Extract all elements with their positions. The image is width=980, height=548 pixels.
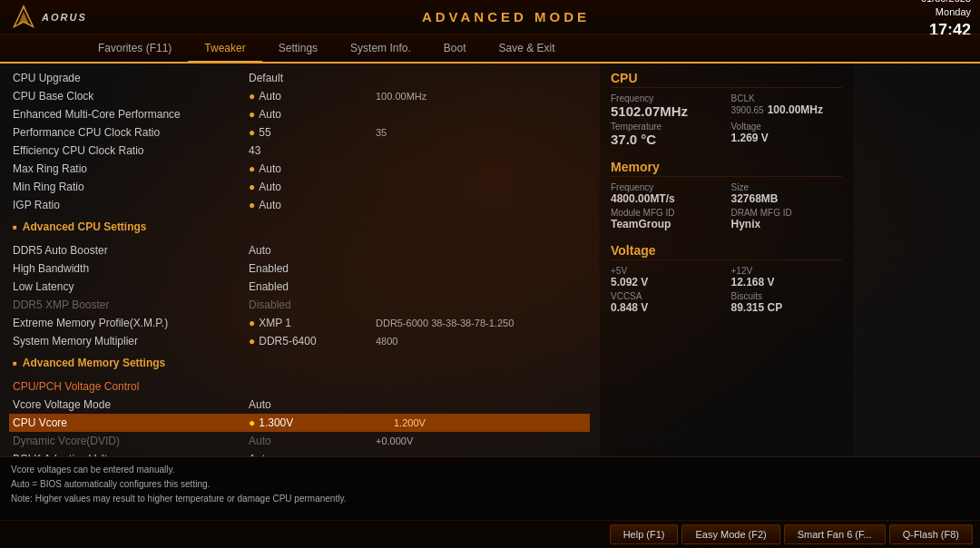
setting-cpu-vcore[interactable]: CPU Vcore ●1.300V 1.200V bbox=[9, 414, 590, 432]
setting-xmp[interactable]: Extreme Memory Profile(X.M.P.) ●XMP 1 DD… bbox=[9, 314, 590, 332]
nav-tabs: Favorites (F11) Tweaker Settings System … bbox=[0, 34, 980, 64]
easy-mode-button[interactable]: Easy Mode (F2) bbox=[681, 524, 779, 544]
dram-label: DRAM MFG ID bbox=[731, 208, 843, 218]
setting-cpu-base-clock[interactable]: CPU Base Clock ●Auto 100.00MHz bbox=[9, 87, 590, 105]
tab-save-exit[interactable]: Save & Exit bbox=[482, 34, 571, 62]
mem-size-label: Size bbox=[731, 182, 843, 192]
setting-value2: 1.200V bbox=[394, 417, 426, 428]
logo-text: AORUS bbox=[42, 12, 87, 23]
setting-name: Enhanced Multi-Core Performance bbox=[13, 108, 249, 121]
setting-value: ●XMP 1 bbox=[249, 317, 376, 329]
setting-value2: +0.000V bbox=[376, 435, 413, 446]
freq-value: 5102.07MHz bbox=[611, 103, 722, 119]
vccsa-value: 0.848 V bbox=[611, 301, 722, 314]
voltage-section-title: Voltage bbox=[611, 243, 842, 260]
setting-name: CPU/PCH Voltage Control bbox=[13, 380, 249, 393]
setting-dynamic-vcore: Dynamic Vcore(DVID) Auto +0.000V bbox=[9, 432, 590, 450]
bottom-line3: Note: Higher values may result to higher… bbox=[11, 492, 969, 506]
footer-buttons: Help (F1) Easy Mode (F2) Smart Fan 6 (F.… bbox=[0, 520, 980, 548]
setting-value: 43 bbox=[249, 144, 376, 157]
bclk-value: 100.00MHz bbox=[768, 103, 823, 116]
setting-name: Extreme Memory Profile(X.M.P.) bbox=[13, 317, 249, 329]
setting-value: ●Auto bbox=[249, 162, 376, 175]
setting-name: Performance CPU Clock Ratio bbox=[13, 126, 249, 139]
left-panel: CPU Upgrade Default CPU Base Clock ●Auto… bbox=[0, 64, 599, 456]
setting-perf-cpu-clock[interactable]: Performance CPU Clock Ratio ●55 35 bbox=[9, 123, 590, 142]
setting-value: Disabled bbox=[249, 298, 376, 311]
tab-favorites[interactable]: Favorites (F11) bbox=[82, 34, 188, 62]
tab-settings[interactable]: Settings bbox=[262, 34, 334, 62]
tab-boot[interactable]: Boot bbox=[427, 34, 483, 62]
setting-name: CPU Base Clock bbox=[13, 90, 249, 103]
setting-cpu-upgrade[interactable]: CPU Upgrade Default bbox=[9, 69, 590, 87]
mem-freq-value: 4800.00MT/s bbox=[611, 192, 722, 205]
setting-value2: 100.00MHz bbox=[376, 91, 426, 102]
setting-value: ●55 bbox=[249, 126, 376, 139]
setting-name: System Memory Multiplier bbox=[13, 335, 249, 347]
setting-name: CPU Upgrade bbox=[13, 72, 249, 84]
header: AORUS ADVANCED MODE 01/30/2023 Monday 17… bbox=[0, 0, 980, 34]
bclk-sub: 3900.65 bbox=[731, 105, 764, 115]
cpu-info-section: CPU Frequency 5102.07MHz BCLK 3900.65 10… bbox=[611, 71, 842, 147]
setting-advanced-cpu[interactable]: ■ Advanced CPU Settings bbox=[9, 218, 590, 236]
smart-fan-button[interactable]: Smart Fan 6 (F... bbox=[784, 524, 886, 544]
v5-label: +5V bbox=[611, 266, 722, 276]
bottom-bar: Vcore voltages can be entered manually. … bbox=[0, 456, 980, 520]
bottom-line2: Auto = BIOS automatically configures thi… bbox=[11, 477, 969, 492]
mfg-label: Module MFG ID bbox=[611, 208, 722, 218]
setting-name: Max Ring Ratio bbox=[13, 162, 249, 175]
bclk-label: BCLK bbox=[731, 93, 843, 103]
setting-ddr5-auto-booster[interactable]: DDR5 Auto Booster Auto bbox=[9, 241, 590, 259]
setting-name: CPU Vcore bbox=[13, 416, 249, 429]
setting-mem-multiplier[interactable]: System Memory Multiplier ●DDR5-6400 4800 bbox=[9, 332, 590, 350]
setting-name: DDR5 Auto Booster bbox=[13, 244, 249, 257]
setting-max-ring[interactable]: Max Ring Ratio ●Auto bbox=[9, 160, 590, 178]
tab-system-info[interactable]: System Info. bbox=[334, 34, 427, 62]
setting-value2: 35 bbox=[376, 127, 387, 138]
setting-value: ●1.300V bbox=[249, 416, 376, 429]
memory-info-section: Memory Frequency 4800.00MT/s Size 32768M… bbox=[611, 160, 842, 230]
setting-name: High Bandwidth bbox=[13, 262, 249, 275]
bottom-line1: Vcore voltages can be entered manually. bbox=[11, 463, 969, 477]
setting-value: ●Auto bbox=[249, 181, 376, 193]
setting-value: ●Auto bbox=[249, 108, 376, 121]
setting-value: Default bbox=[249, 72, 376, 84]
setting-ddr5-xmp-booster: DDR5 XMP Booster Disabled bbox=[9, 296, 590, 314]
setting-vcore-mode[interactable]: Vcore Voltage Mode Auto bbox=[9, 396, 590, 414]
setting-high-bandwidth[interactable]: High Bandwidth Enabled bbox=[9, 259, 590, 278]
setting-enhanced-multi-core[interactable]: Enhanced Multi-Core Performance ●Auto bbox=[9, 105, 590, 123]
main-title: ADVANCED MODE bbox=[91, 9, 921, 24]
biscuits-value: 89.315 CP bbox=[731, 301, 843, 314]
temp-label: Temperature bbox=[611, 122, 722, 132]
setting-advanced-memory[interactable]: ■ Advanced Memory Settings bbox=[9, 354, 590, 372]
dram-value: Hynix bbox=[731, 218, 843, 230]
temp-value: 37.0 °C bbox=[611, 132, 722, 147]
setting-voltage-label: CPU/PCH Voltage Control bbox=[9, 377, 590, 396]
right-panel: CPU Frequency 5102.07MHz BCLK 3900.65 10… bbox=[599, 64, 853, 456]
setting-igp-ratio[interactable]: IGP Ratio ●Auto bbox=[9, 196, 590, 214]
vccsa-label: VCCSA bbox=[611, 291, 722, 301]
help-button[interactable]: Help (F1) bbox=[610, 524, 679, 544]
setting-name: Dynamic Vcore(DVID) bbox=[13, 435, 249, 447]
setting-min-ring[interactable]: Min Ring Ratio ●Auto bbox=[9, 178, 590, 196]
cpu-section-title: CPU bbox=[611, 71, 842, 88]
biscuits-label: Biscuits bbox=[731, 291, 843, 301]
cpu-voltage-value: 1.269 V bbox=[731, 132, 843, 144]
setting-low-latency[interactable]: Low Latency Enabled bbox=[9, 278, 590, 296]
setting-value: Auto bbox=[249, 435, 376, 447]
mem-freq-label: Frequency bbox=[611, 182, 722, 192]
main-content: CPU Upgrade Default CPU Base Clock ●Auto… bbox=[0, 64, 980, 456]
aorus-logo-icon bbox=[9, 3, 38, 32]
v5-value: 5.092 V bbox=[611, 276, 722, 289]
tab-tweaker[interactable]: Tweaker bbox=[188, 35, 261, 63]
title-bar: ADVANCED MODE bbox=[91, 9, 921, 24]
section-bullet: ■ bbox=[13, 359, 17, 367]
setting-eff-cpu-clock[interactable]: Efficiency CPU Clock Ratio 43 bbox=[9, 142, 590, 160]
qflash-button[interactable]: Q-Flash (F8) bbox=[889, 524, 973, 544]
setting-name: Vcore Voltage Mode bbox=[13, 398, 249, 411]
v12-value: 12.168 V bbox=[731, 276, 843, 289]
memory-section-title: Memory bbox=[611, 160, 842, 177]
setting-value2: DDR5-6000 38-38-38-78-1.250 bbox=[376, 318, 514, 328]
setting-value2: 4800 bbox=[376, 336, 397, 347]
setting-bclk-adaptive[interactable]: BCLK Adaptive Voltage Auto bbox=[9, 450, 590, 456]
